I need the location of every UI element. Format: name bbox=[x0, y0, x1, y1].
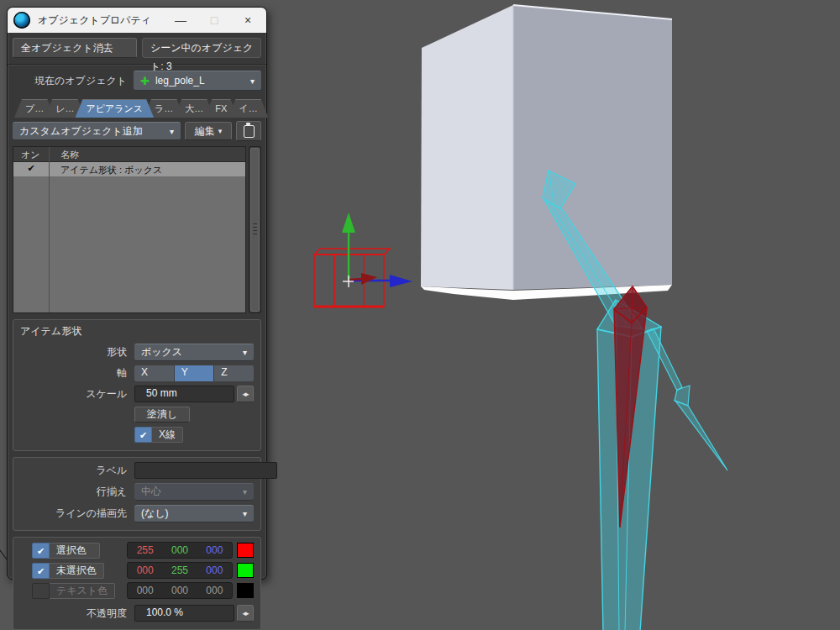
axis-segmented-control: X Y Z bbox=[134, 365, 254, 381]
selected-color-checkbox[interactable]: ✔ 選択色 bbox=[32, 543, 100, 559]
b-value[interactable]: 000 bbox=[197, 564, 232, 576]
line-target-dropdown[interactable]: (なし) ▾ bbox=[134, 505, 254, 522]
text-color-row: テキスト色 000 000 000 bbox=[20, 582, 254, 599]
chevron-down-icon: ▾ bbox=[238, 348, 247, 357]
opacity-input[interactable]: 100.0 % bbox=[134, 605, 234, 622]
scale-stepper[interactable]: ◂▸ bbox=[237, 386, 254, 402]
scale-input[interactable]: 50 mm bbox=[134, 386, 234, 402]
r-value: 000 bbox=[128, 585, 162, 596]
unselected-color-checkbox[interactable]: ✔ 未選択色 bbox=[32, 563, 104, 579]
current-object-label: 現在のオブジェクト bbox=[13, 74, 134, 88]
window-title: オブジェクトプロパティ bbox=[38, 13, 164, 28]
tab-bar: プ… レ… アピアランス ラ… 大… FX イ… bbox=[13, 96, 261, 118]
cube-object[interactable] bbox=[421, 5, 672, 300]
check-icon: ✔ bbox=[32, 563, 50, 579]
current-object-value: leg_pole_L bbox=[155, 75, 205, 87]
align-dropdown: 中心 ▾ bbox=[134, 483, 254, 501]
column-on: オン bbox=[13, 147, 49, 161]
check-icon: ✔ bbox=[32, 543, 50, 559]
selected-color-swatch[interactable] bbox=[237, 543, 254, 558]
text-color-label: テキスト色 bbox=[50, 583, 115, 599]
align-value: 中心 bbox=[141, 485, 161, 499]
scene-object-count: シーン中のオブジェクト: 3 bbox=[142, 38, 261, 58]
column-divider bbox=[49, 147, 50, 312]
label-section: ラベル 行揃え 中心 ▾ ラインの描画先 (なし) ▾ bbox=[13, 457, 261, 531]
unselected-color-swatch[interactable] bbox=[237, 563, 254, 578]
close-button[interactable]: × bbox=[231, 8, 265, 33]
b-value[interactable]: 000 bbox=[197, 544, 232, 556]
axis-y-button[interactable]: Y bbox=[175, 365, 215, 381]
g-value[interactable]: 000 bbox=[162, 544, 197, 556]
add-custom-object-label: カスタムオブジェクト追加 bbox=[19, 124, 143, 139]
text-color-swatch bbox=[237, 583, 254, 598]
checkbox-unchecked bbox=[32, 583, 50, 599]
scrollbar-thumb[interactable] bbox=[250, 148, 260, 312]
clear-all-objects-button[interactable]: 全オブジェクト消去 bbox=[13, 38, 137, 58]
chevron-down-icon: ▾ bbox=[218, 127, 223, 135]
selected-color-row: ✔ 選択色 255 000 000 bbox=[20, 542, 254, 559]
axis-z-button[interactable]: Z bbox=[214, 365, 254, 381]
label-input[interactable] bbox=[134, 462, 277, 479]
shape-dropdown[interactable]: ボックス ▾ bbox=[134, 344, 254, 361]
clipboard-button[interactable] bbox=[236, 121, 261, 141]
cube-left-face bbox=[421, 5, 513, 290]
custom-object-list[interactable]: オン 名称 ✔ アイテム形状 : ボックス bbox=[13, 146, 246, 313]
titlebar[interactable]: オブジェクトプロパティ — □ × bbox=[8, 8, 266, 33]
r-value[interactable]: 000 bbox=[128, 564, 162, 576]
scale-label: スケール bbox=[20, 387, 134, 402]
clipboard-icon bbox=[244, 125, 255, 138]
unselected-color-label: 未選択色 bbox=[50, 563, 104, 579]
edit-button[interactable]: 編集 ▾ bbox=[185, 122, 232, 140]
b-value: 000 bbox=[197, 585, 232, 596]
divider bbox=[8, 64, 266, 66]
add-custom-object-dropdown[interactable]: カスタムオブジェクト追加 ▾ bbox=[13, 122, 181, 140]
list-row-name: アイテム形状 : ボックス bbox=[49, 162, 245, 176]
scrollbar-grip bbox=[253, 223, 257, 237]
label-label: ラベル bbox=[20, 464, 134, 478]
cube-right-face bbox=[513, 5, 672, 290]
shape-label: 形状 bbox=[20, 345, 134, 360]
line-target-value: (なし) bbox=[141, 507, 169, 521]
object-properties-window: オブジェクトプロパティ — □ × 全オブジェクト消去 シーン中のオブジェクト:… bbox=[7, 7, 267, 580]
app-icon bbox=[13, 12, 30, 29]
item-shape-section-title: アイテム形状 bbox=[20, 324, 254, 339]
fill-button[interactable]: 塗潰し bbox=[134, 407, 190, 423]
axis-x-button[interactable]: X bbox=[134, 365, 175, 381]
selected-color-rgb[interactable]: 255 000 000 bbox=[127, 542, 233, 559]
chevron-down-icon: ▾ bbox=[238, 487, 247, 496]
current-object-dropdown[interactable]: ✚ leg_pole_L ▾ bbox=[134, 71, 261, 91]
xray-checkbox[interactable]: ✔ X線 bbox=[134, 427, 183, 443]
check-icon[interactable]: ✔ bbox=[13, 162, 49, 176]
text-color-checkbox: テキスト色 bbox=[32, 583, 115, 599]
list-scrollbar[interactable] bbox=[249, 146, 261, 313]
chevron-down-icon: ▾ bbox=[238, 509, 247, 518]
r-value[interactable]: 255 bbox=[128, 544, 162, 556]
shape-value: ボックス bbox=[141, 345, 182, 360]
g-value: 000 bbox=[162, 585, 197, 596]
align-label: 行揃え bbox=[20, 485, 134, 499]
tab-image[interactable]: イ… bbox=[228, 99, 268, 118]
minimize-button[interactable]: — bbox=[164, 8, 197, 33]
unselected-color-rgb[interactable]: 000 255 000 bbox=[127, 562, 233, 579]
maximize-button[interactable]: □ bbox=[197, 8, 231, 33]
plus-icon: ✚ bbox=[140, 75, 150, 87]
opacity-label: 不透明度 bbox=[20, 606, 134, 621]
chevron-down-icon: ▾ bbox=[245, 76, 255, 86]
column-name: 名称 bbox=[49, 147, 245, 161]
text-color-rgb: 000 000 000 bbox=[127, 582, 233, 599]
line-target-label: ラインの描画先 bbox=[20, 507, 134, 521]
g-value[interactable]: 255 bbox=[162, 564, 197, 576]
chevron-down-icon: ▾ bbox=[165, 127, 174, 136]
tab-appearance[interactable]: アピアランス bbox=[76, 99, 155, 118]
item-shape-section: アイテム形状 形状 ボックス ▾ 軸 X Y Z スケール 50 mm bbox=[13, 319, 261, 451]
color-section: ✔ 選択色 255 000 000 ✔ 未選択色 000 255 bbox=[13, 537, 261, 630]
axis-label: 軸 bbox=[20, 366, 134, 381]
opacity-stepper[interactable]: ◂▸ bbox=[237, 605, 254, 622]
xray-label: X線 bbox=[152, 427, 183, 443]
selected-color-label: 選択色 bbox=[50, 543, 100, 559]
unselected-color-row: ✔ 未選択色 000 255 000 bbox=[20, 562, 254, 579]
check-icon: ✔ bbox=[134, 427, 152, 443]
